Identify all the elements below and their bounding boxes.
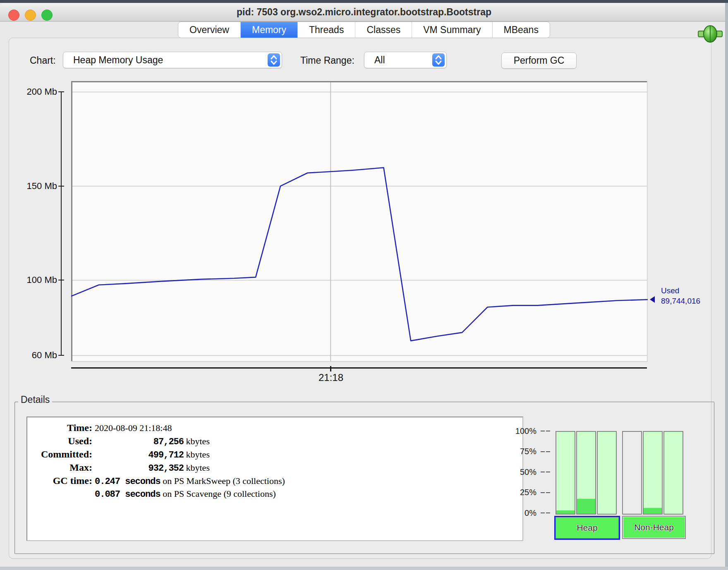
tab-strip: OverviewMemoryThreadsClassesVM SummaryMB… (178, 22, 550, 38)
nonheap-bar-3 (663, 431, 683, 515)
detail-number: 932,352 (95, 462, 184, 475)
chart-label: Chart: (30, 52, 56, 69)
x-axis-line (71, 367, 647, 369)
detail-label: Time: (29, 421, 92, 434)
bar-fill (644, 508, 662, 514)
detail-text: kbytes (184, 436, 210, 446)
heap-button[interactable]: Heap (554, 516, 620, 540)
nonheap-bar-1 (622, 431, 642, 515)
heap-bar-3 (597, 431, 617, 515)
y-axis-label-60mb: 60 Mb (0, 350, 57, 361)
window-bottom-edge (0, 567, 728, 570)
tab-mbeans[interactable]: MBeans (492, 22, 550, 38)
jconsole-window: pid: 7503 org.wso2.micro.integrator.boot… (0, 0, 728, 570)
detail-label: Max: (29, 461, 92, 474)
detail-row-gc-time-2: 0.087 seconds on PS Scavenge (9 collecti… (29, 487, 276, 501)
used-tracker: Used 89,744,016 (661, 285, 700, 306)
tab-threads[interactable]: Threads (297, 22, 355, 38)
percent-label-25: 25% (507, 488, 550, 498)
detail-text: 2020-08-09 21:18:48 (95, 423, 172, 433)
detail-text: on PS MarkSweep (3 collections) (160, 476, 285, 486)
title-bar[interactable]: pid: 7503 org.wso2.micro.integrator.boot… (0, 3, 728, 22)
detail-row-committed: Committed:499,712 kbytes (29, 448, 210, 461)
detail-row-gc-time: GC time:0.247 seconds on PS MarkSweep (3… (29, 474, 285, 487)
time-range-label: Time Range: (300, 52, 354, 69)
percent-label-0: 0% (507, 508, 550, 518)
perform-gc-button[interactable]: Perform GC (501, 53, 577, 69)
detail-number: 0.087 seconds (95, 489, 160, 500)
detail-label: Used: (29, 434, 92, 448)
detail-text: on PS Scavenge (9 collections) (160, 489, 276, 499)
detail-row-time: Time:2020-08-09 21:18:48 (29, 421, 172, 434)
window-right-edge (725, 3, 728, 567)
detail-text: kbytes (184, 449, 210, 460)
used-tracker-label: Used (661, 285, 700, 296)
detail-row-used: Used:87,256 kbytes (29, 434, 210, 448)
chart-type-select[interactable]: Heap Memory Usage (63, 52, 282, 68)
nonheap-bar-2 (643, 431, 663, 515)
detail-row-max: Max:932,352 kbytes (29, 461, 210, 474)
percent-label-75: 75% (507, 447, 550, 457)
details-group-label: Details (18, 394, 52, 405)
detail-number: 499,712 (95, 449, 184, 462)
percent-label-100: 100% (507, 426, 550, 436)
heap-usage-plot (71, 81, 648, 362)
x-axis-tick-label: 21:18 (318, 372, 343, 383)
bar-fill (577, 499, 595, 514)
y-axis-line (61, 92, 62, 355)
time-range-value: All (374, 52, 385, 68)
y-axis-label-200mb: 200 Mb (0, 86, 57, 98)
details-text-box: Time:2020-08-09 21:18:48Used:87,256 kbyt… (26, 417, 523, 541)
detail-number: 87,256 (95, 436, 184, 449)
y-axis-label-150mb: 150 Mb (0, 180, 57, 192)
heap-bar-2 (576, 431, 596, 515)
tab-classes[interactable]: Classes (355, 22, 412, 38)
time-range-select[interactable]: All (364, 52, 447, 68)
window-title: pid: 7503 org.wso2.micro.integrator.boot… (0, 3, 728, 21)
detail-label: GC time: (29, 474, 92, 487)
heap-usage-chart (71, 81, 648, 362)
tab-vm-summary[interactable]: VM Summary (412, 22, 492, 38)
window-top-edge (0, 0, 728, 3)
detail-number: 0.247 seconds (95, 477, 160, 487)
chart-type-value: Heap Memory Usage (73, 52, 163, 68)
heap-bar-1 (556, 431, 575, 515)
x-axis-tick (330, 366, 331, 371)
tab-bar: OverviewMemoryThreadsClassesVM SummaryMB… (0, 22, 728, 38)
used-tracker-left-arrow-icon (650, 296, 655, 303)
tab-memory[interactable]: Memory (240, 22, 297, 38)
detail-label: Committed: (29, 448, 92, 461)
chart-type-stepper-icon[interactable] (268, 53, 280, 67)
used-tracker-value: 89,744,016 (661, 296, 700, 306)
percent-label-50: 50% (507, 467, 550, 477)
bar-fill (556, 510, 575, 514)
time-range-stepper-icon[interactable] (432, 53, 445, 67)
y-axis-label-100mb: 100 Mb (0, 274, 57, 286)
tab-overview[interactable]: Overview (178, 22, 240, 38)
detail-text: kbytes (184, 462, 210, 473)
nonheap-button[interactable]: Non-Heap (622, 516, 686, 539)
